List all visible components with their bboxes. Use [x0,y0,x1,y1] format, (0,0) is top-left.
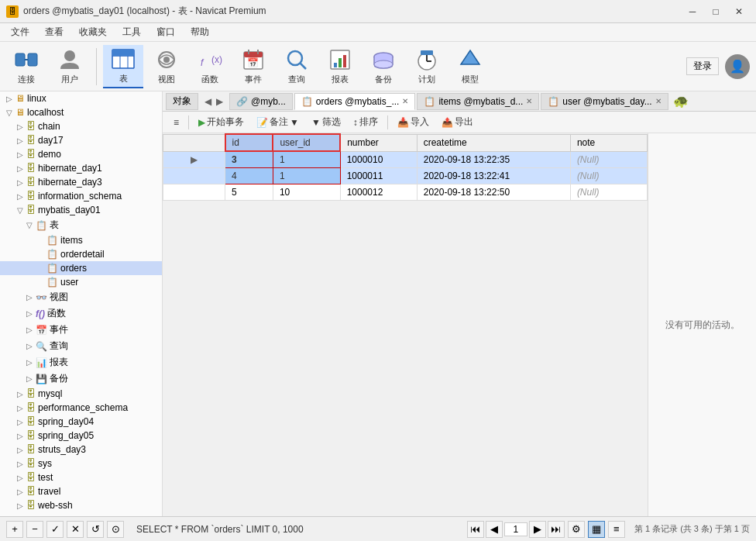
backup-button[interactable]: 备份 [363,45,404,88]
sidebar-item-user[interactable]: 📋 user [0,275,162,289]
refresh-button[interactable]: ↺ [87,521,104,538]
menu-file[interactable]: 文件 [3,24,37,40]
query-button[interactable]: 查询 [277,45,317,88]
sidebar-item-performance-schema[interactable]: ▷ 🗄 performance_schema [0,401,162,415]
function-button[interactable]: f (x) 函数 [190,45,230,88]
col-header-number[interactable]: number [340,134,417,151]
sidebar-item-chain[interactable]: ▷ 🗄 chain [0,119,162,133]
tab-next-button[interactable]: ▶ [215,96,225,107]
event-button[interactable]: 📅 事件 [233,45,273,88]
sidebar-item-test[interactable]: ▷ 🗄 test [0,470,162,484]
tab-prev-button[interactable]: ◀ [203,96,213,107]
sidebar-item-items[interactable]: 📋 items [0,233,162,247]
page-settings-button[interactable]: ⚙ [568,521,585,538]
sidebar-item-table-group[interactable]: ▽ 📋 表 [0,217,162,233]
report-button[interactable]: 报表 [320,45,360,88]
model-button[interactable]: 模型 [450,45,490,88]
cell-number[interactable]: 1000012 [340,184,417,201]
sidebar-item-linux[interactable]: ▷ 🖥 linux [0,91,162,105]
import-button[interactable]: 📥 导入 [393,114,434,130]
sidebar-item-information-schema[interactable]: ▷ 🗄 information_schema [0,189,162,203]
cell-createtime[interactable]: 2020-09-18 13:22:41 [417,168,570,184]
login-button[interactable]: 登录 [686,57,719,75]
col-header-createtime[interactable]: createtime [417,134,570,151]
confirm-button[interactable]: ✓ [46,521,64,538]
menu-toggle-button[interactable]: ≡ [169,115,184,129]
menu-window[interactable]: 窗口 [149,24,183,40]
next-page-button[interactable]: ▶ [529,521,546,538]
delete-row-button[interactable]: − [26,521,43,538]
view-button[interactable]: 视图 [146,45,187,88]
grid-view-button[interactable]: ▦ [588,521,605,538]
close-button[interactable]: ✕ [728,4,750,19]
note-button[interactable]: 📝 备注 ▼ [252,114,304,130]
sidebar-item-spring-day05[interactable]: ▷ 🗄 spring_day05 [0,429,162,443]
sidebar-item-demo[interactable]: ▷ 🗄 demo [0,147,162,161]
cell-createtime[interactable]: 2020-09-18 13:22:50 [417,184,570,201]
cell-id[interactable]: 4 [225,168,273,184]
page-number-input[interactable] [504,522,527,536]
sidebar-item-hibernate-day1[interactable]: ▷ 🗄 hibernate_day1 [0,161,162,175]
sidebar-item-struts-day3[interactable]: ▷ 🗄 struts_day3 [0,443,162,457]
sidebar-item-query-group[interactable]: ▷ 🔍 查询 [0,338,162,354]
data-table-area[interactable]: id user_id number createtime [163,133,648,516]
sidebar-item-day17[interactable]: ▷ 🗄 day17 [0,133,162,147]
sidebar-item-event-group[interactable]: ▷ 📅 事件 [0,322,162,338]
cell-createtime[interactable]: 2020-09-18 13:22:35 [417,151,570,168]
cell-note[interactable]: (Null) [570,151,647,168]
sidebar-item-mybatis-day01[interactable]: ▽ 🗄 mybatis_day01 [0,203,162,217]
table-row[interactable]: 4 1 1000011 2020-09-18 13:22:41 [163,168,648,184]
filter-button[interactable]: ▼ 筛选 [307,114,345,130]
first-page-button[interactable]: ⏮ [467,521,484,538]
user-button[interactable]: 用户 [50,45,90,88]
connect-button[interactable]: 连接 [6,45,46,88]
tab-objects[interactable]: 对象 [166,93,198,110]
menu-tools[interactable]: 工具 [115,24,149,40]
prev-page-button[interactable]: ◀ [486,521,503,538]
sidebar-item-orders[interactable]: 📋 orders [0,261,162,275]
tab-close-button[interactable]: ✕ [526,97,532,105]
sidebar-item-sys[interactable]: ▷ 🗄 sys [0,457,162,470]
col-header-user-id[interactable]: user_id [273,134,340,151]
tab-orders[interactable]: 📋 orders @mybatis_... ✕ [294,93,416,110]
tab-connection[interactable]: 🔗 @myb... [229,93,293,110]
tab-close-button[interactable]: ✕ [402,97,408,105]
sidebar-item-report-group[interactable]: ▷ 📊 报表 [0,354,162,370]
sidebar-item-orderdetail[interactable]: 📋 orderdetail [0,247,162,261]
cell-note[interactable]: (Null) [570,184,647,201]
cell-user-id[interactable]: 1 [273,168,340,184]
sidebar-item-web-ssh[interactable]: ▷ 🗄 web-ssh [0,498,162,512]
sidebar-item-backup-group[interactable]: ▷ 💾 备份 [0,370,162,387]
sidebar-item-hibernate-day3[interactable]: ▷ 🗄 hibernate_day3 [0,175,162,189]
tab-close-button[interactable]: ✕ [655,97,662,105]
maximize-button[interactable]: □ [705,4,727,19]
minimize-button[interactable]: ─ [682,4,703,19]
cell-user-id[interactable]: 10 [273,184,340,201]
sidebar-item-travel[interactable]: ▷ 🗄 travel [0,484,162,498]
menu-view[interactable]: 查看 [37,24,71,40]
sidebar-item-view-group[interactable]: ▷ 👓 视图 [0,289,162,305]
menu-help[interactable]: 帮助 [183,24,217,40]
sidebar-item-mysql[interactable]: ▷ 🗄 mysql [0,387,162,401]
list-view-button[interactable]: ≡ [608,521,625,538]
sort-button[interactable]: ↕ 排序 [349,114,383,130]
cell-id[interactable]: 5 [225,184,273,201]
add-row-button[interactable]: + [6,521,23,538]
col-header-id[interactable]: id [225,134,273,151]
sidebar-item-func-group[interactable]: ▷ f() 函数 [0,305,162,322]
table-row[interactable]: 5 10 1000012 2020-09-18 13:22:50 [163,184,648,201]
col-header-note[interactable]: note [570,134,647,151]
sidebar-item-localhost[interactable]: ▽ 🖥 localhost [0,105,162,119]
settings-button[interactable]: ⊙ [107,521,124,538]
export-button[interactable]: 📤 导出 [437,114,478,130]
cell-number[interactable]: 1000010 [340,151,417,168]
cancel-button[interactable]: ✕ [67,521,84,538]
begin-transaction-button[interactable]: ▶ 开始事务 [194,114,249,130]
menu-favorites[interactable]: 收藏夹 [71,24,115,40]
tab-user[interactable]: 📋 user @mybatis_day... ✕ [541,93,668,110]
cell-number[interactable]: 1000011 [340,168,417,184]
last-page-button[interactable]: ⏭ [548,521,565,538]
cell-id[interactable]: 3 [225,151,273,168]
cell-user-id[interactable]: 1 [273,151,340,168]
table-row[interactable]: ▶ 3 1 1000010 2020-09-18 13:22: [163,151,648,168]
